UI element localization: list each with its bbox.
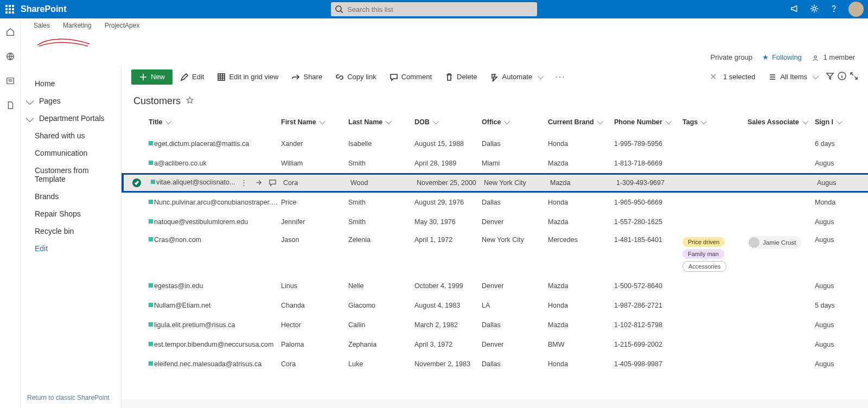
edit-button[interactable]: Edit: [175, 69, 209, 85]
nav-item[interactable]: Recycle bin: [26, 222, 116, 240]
cell-title[interactable]: eleifend.nec.malesuada@atrisus.ca: [148, 360, 281, 368]
members[interactable]: 1 member: [812, 53, 855, 62]
cell-title[interactable]: Nullam@Etiam.net: [148, 302, 281, 309]
files-icon[interactable]: [5, 100, 15, 112]
info-icon[interactable]: [838, 72, 846, 82]
cell: April 3, 1972: [414, 341, 482, 348]
cell-title[interactable]: ligula.elit.pretium@risus.ca: [148, 321, 281, 329]
table-row[interactable]: a@aclibero.co.ukWilliamSmithApril 28, 19…: [122, 154, 868, 173]
cell-title[interactable]: vitae.aliquet@sociisnato...⋮: [150, 178, 283, 187]
table-row[interactable]: natoque@vestibulumlorem.eduJenniferSmith…: [122, 212, 868, 232]
filter-icon[interactable]: [826, 72, 834, 82]
tag-pill[interactable]: Family man: [682, 249, 724, 259]
cell: New York City: [482, 235, 548, 244]
help-icon[interactable]: [829, 4, 839, 15]
app-launcher-icon[interactable]: [5, 5, 14, 14]
hub-nav-marketing[interactable]: Marketing: [63, 22, 92, 29]
chevron-down-icon: [26, 114, 34, 122]
column-header[interactable]: Current Brand: [548, 118, 614, 126]
nav-item-label: Edit: [35, 244, 48, 253]
row-select[interactable]: [124, 178, 150, 187]
cell: Mazda: [548, 321, 614, 329]
table-row[interactable]: vitae.aliquet@sociisnato...⋮CoraWoodNove…: [122, 173, 868, 193]
search-box[interactable]: [331, 2, 537, 16]
hub-nav-sales[interactable]: Sales: [34, 22, 50, 29]
site-logo[interactable]: [34, 31, 93, 52]
nav-item[interactable]: Shared with us: [26, 127, 116, 144]
column-header[interactable]: Sign I: [815, 118, 847, 126]
person-chip[interactable]: Jamie Crust: [748, 236, 801, 249]
more-icon[interactable]: ⋮: [240, 178, 247, 187]
nav-item[interactable]: Brands: [26, 188, 116, 205]
follow-button[interactable]: ★Following: [762, 53, 802, 61]
table-row[interactable]: eget.dictum.placerat@mattis.caXanderIsab…: [122, 134, 868, 154]
column-header[interactable]: Phone Number: [614, 118, 682, 126]
home-icon[interactable]: [5, 27, 15, 39]
table-row[interactable]: Nunc.pulvinar.arcu@conubianostraper.eduP…: [122, 193, 868, 212]
column-header[interactable]: Sales Associate: [748, 118, 815, 126]
expand-icon[interactable]: [850, 72, 858, 82]
cell: LA: [482, 302, 548, 309]
comment-button[interactable]: Comment: [384, 69, 437, 85]
return-classic-link[interactable]: Return to classic SharePoint: [27, 394, 109, 401]
new-button[interactable]: New: [131, 69, 173, 85]
list-scroll[interactable]: TitleFirst NameLast NameDOBOfficeCurrent…: [122, 110, 868, 399]
avatar[interactable]: [848, 2, 864, 17]
tag-pill[interactable]: Accessories: [682, 261, 726, 272]
nav-item[interactable]: Repair Shops: [26, 205, 116, 222]
nav-item[interactable]: Edit: [26, 240, 116, 257]
table-row[interactable]: egestas@in.eduLinusNelleOctober 4, 1999D…: [122, 276, 868, 296]
column-header[interactable]: First Name: [281, 118, 348, 126]
trash-icon: [445, 73, 454, 81]
column-header[interactable]: Tags: [682, 118, 748, 126]
clear-selection-icon[interactable]: ✕: [706, 72, 720, 82]
cell-title[interactable]: egestas@in.edu: [148, 282, 281, 290]
table-row[interactable]: Cras@non.comJasonZeleniaApril 1, 1972New…: [122, 232, 868, 276]
cell: Mazda: [548, 282, 614, 290]
cell-title[interactable]: natoque@vestibulumlorem.edu: [148, 218, 281, 226]
view-switcher[interactable]: All Items: [763, 69, 822, 85]
favorite-icon[interactable]: [186, 97, 194, 106]
edit-grid-button[interactable]: Edit in grid view: [212, 69, 284, 85]
nav-item[interactable]: Home: [26, 75, 116, 92]
cell-title[interactable]: eget.dictum.placerat@mattis.ca: [148, 140, 281, 148]
table-row[interactable]: est.tempor.bibendum@neccursusa.comPaloma…: [122, 335, 868, 354]
megaphone-icon[interactable]: [790, 4, 800, 15]
cell: Wood: [350, 179, 417, 187]
cell: William: [281, 160, 348, 167]
share-button[interactable]: Share: [286, 69, 328, 85]
news-icon[interactable]: [5, 76, 15, 87]
nav-item[interactable]: Communication: [26, 144, 116, 162]
chevron-down-icon: [319, 118, 325, 124]
copy-link-button[interactable]: Copy link: [330, 69, 381, 85]
cell-title[interactable]: Cras@non.com: [148, 235, 281, 244]
table-row[interactable]: eleifend.nec.malesuada@atrisus.caCoraLuk…: [122, 354, 868, 374]
tag-pill[interactable]: Price driven: [682, 237, 725, 247]
comment-icon[interactable]: [269, 178, 277, 187]
table-row[interactable]: Nullam@Etiam.netChandaGiacomoAugust 4, 1…: [122, 296, 868, 315]
column-header[interactable]: Last Name: [348, 118, 414, 126]
nav-item[interactable]: Customers from Template: [26, 162, 116, 188]
item-tile-icon: [149, 141, 153, 145]
search-input[interactable]: [347, 5, 533, 14]
hub-nav-projectapex[interactable]: ProjectApex: [105, 22, 140, 29]
cell-title[interactable]: Nunc.pulvinar.arcu@conubianostraper.edu: [148, 199, 281, 206]
column-header[interactable]: Office: [482, 118, 548, 126]
column-header[interactable]: DOB: [414, 118, 482, 126]
table-row[interactable]: ligula.elit.pretium@risus.caHectorCailin…: [122, 315, 868, 335]
nav-item[interactable]: Department Portals: [26, 110, 116, 127]
cell-title[interactable]: est.tempor.bibendum@neccursusa.com: [148, 341, 281, 348]
share-icon[interactable]: [254, 178, 262, 187]
column-header[interactable]: Title: [148, 118, 281, 126]
delete-button[interactable]: Delete: [439, 69, 483, 85]
cell-title[interactable]: a@aclibero.co.uk: [148, 160, 281, 167]
row-select[interactable]: [122, 235, 148, 236]
app-name[interactable]: SharePoint: [21, 4, 66, 14]
horizontal-scrollbar[interactable]: [122, 399, 868, 408]
nav-item[interactable]: Pages: [26, 92, 116, 110]
cell: Chanda: [281, 302, 348, 309]
globe-icon[interactable]: [5, 52, 15, 63]
gear-icon[interactable]: [809, 4, 819, 15]
more-button[interactable]: ···: [550, 69, 571, 85]
automate-button[interactable]: Automate: [485, 69, 548, 85]
